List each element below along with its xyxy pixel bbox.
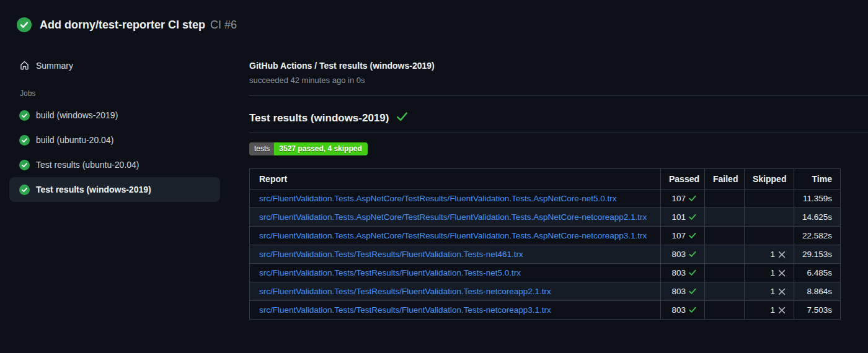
tests-badge: tests 3527 passed, 4 skipped bbox=[249, 142, 368, 155]
time-value: 29.153s bbox=[802, 250, 832, 259]
passed-cell: 803 bbox=[661, 264, 705, 282]
run-number: CI #6 bbox=[210, 19, 237, 32]
run-header: Add dorny/test-reporter CI step CI #6 bbox=[0, 0, 868, 32]
passed-count: 803 bbox=[671, 305, 686, 315]
results-heading: Test results (windows-2019) bbox=[249, 112, 868, 133]
check-circle-icon bbox=[19, 135, 30, 146]
skipped-count: 1 bbox=[770, 268, 775, 277]
report-link[interactable]: src/FluentValidation.Tests/TestResults/F… bbox=[259, 305, 651, 315]
report-link[interactable]: src/FluentValidation.Tests/TestResults/F… bbox=[259, 287, 651, 296]
results-table: Report Passed Failed Skipped Time src/Fl… bbox=[249, 168, 841, 320]
sidebar-job-item-3[interactable]: Test results (windows-2019) bbox=[9, 177, 220, 202]
failed-cell bbox=[705, 190, 745, 208]
sidebar-job-item-0[interactable]: build (windows-2019) bbox=[9, 103, 220, 128]
time-cell: 29.153s bbox=[794, 245, 841, 264]
result-row: src/FluentValidation.Tests.AspNetCore/Te… bbox=[250, 190, 841, 208]
time-value: 22.582s bbox=[802, 231, 832, 240]
time-cell: 6.485s bbox=[794, 264, 841, 282]
report-link[interactable]: src/FluentValidation.Tests/TestResults/F… bbox=[259, 268, 651, 277]
skipped-cell: 1 bbox=[745, 282, 794, 301]
result-row: src/FluentValidation.Tests/TestResults/F… bbox=[250, 282, 841, 301]
passed-count: 107 bbox=[671, 231, 686, 240]
check-icon bbox=[396, 112, 408, 124]
result-row: src/FluentValidation.Tests.AspNetCore/Te… bbox=[250, 208, 841, 227]
report-cell: src/FluentValidation.Tests/TestResults/F… bbox=[250, 282, 661, 301]
result-row: src/FluentValidation.Tests/TestResults/F… bbox=[250, 264, 841, 282]
table-header-row: Report Passed Failed Skipped Time bbox=[250, 169, 841, 190]
home-icon bbox=[19, 60, 30, 71]
time-cell: 11.359s bbox=[794, 190, 841, 208]
column-header-report: Report bbox=[250, 169, 661, 190]
time-value: 6.485s bbox=[807, 268, 832, 277]
passed-cell: 803 bbox=[661, 301, 705, 320]
x-icon bbox=[778, 307, 786, 314]
job-item-label: build (windows-2019) bbox=[36, 110, 118, 120]
passed-cell: 107 bbox=[661, 227, 705, 245]
skipped-count: 1 bbox=[770, 250, 775, 259]
result-row: src/FluentValidation.Tests/TestResults/F… bbox=[250, 245, 841, 264]
check-circle-icon bbox=[19, 185, 30, 195]
sidebar-job-item-2[interactable]: Test results (ubuntu-20.04) bbox=[9, 152, 220, 177]
passed-cell: 803 bbox=[661, 282, 705, 301]
skipped-cell: 1 bbox=[745, 245, 794, 264]
results-heading-text: Test results (windows-2019) bbox=[249, 112, 389, 124]
check-icon bbox=[689, 269, 696, 276]
job-item-label: Test results (ubuntu-20.04) bbox=[36, 160, 140, 170]
column-header-passed: Passed bbox=[661, 169, 705, 190]
check-icon bbox=[689, 214, 696, 220]
column-header-time: Time bbox=[794, 169, 841, 190]
skipped-count: 1 bbox=[770, 305, 775, 315]
result-row: src/FluentValidation.Tests.AspNetCore/Te… bbox=[250, 227, 841, 245]
skipped-cell bbox=[745, 190, 794, 208]
x-icon bbox=[778, 251, 786, 258]
badge-label: tests bbox=[249, 142, 274, 155]
failed-cell bbox=[705, 208, 745, 227]
skipped-cell bbox=[745, 227, 794, 245]
time-cell: 8.864s bbox=[794, 282, 841, 301]
job-breadcrumb: GitHub Actions / Test results (windows-2… bbox=[249, 61, 868, 71]
job-item-label: Test results (windows-2019) bbox=[36, 185, 151, 194]
check-icon bbox=[689, 251, 696, 258]
failed-cell bbox=[705, 282, 745, 301]
time-value: 8.864s bbox=[807, 287, 832, 296]
column-header-failed: Failed bbox=[705, 169, 745, 190]
report-link[interactable]: src/FluentValidation.Tests.AspNetCore/Te… bbox=[259, 194, 651, 203]
time-value: 7.503s bbox=[807, 305, 832, 315]
sidebar: Summary Jobs build (windows-2019) bbox=[0, 57, 220, 202]
report-link[interactable]: src/FluentValidation.Tests.AspNetCore/Te… bbox=[259, 212, 651, 222]
check-icon bbox=[689, 288, 696, 295]
report-link[interactable]: src/FluentValidation.Tests/TestResults/F… bbox=[259, 250, 651, 259]
check-icon bbox=[689, 232, 696, 239]
column-header-skipped: Skipped bbox=[745, 169, 794, 190]
time-cell: 7.503s bbox=[794, 301, 841, 320]
check-circle-icon bbox=[19, 110, 30, 121]
x-icon bbox=[778, 269, 786, 277]
jobs-section-heading: Jobs bbox=[20, 89, 220, 98]
badge-value: 3527 passed, 4 skipped bbox=[274, 142, 367, 155]
passed-count: 803 bbox=[671, 268, 686, 277]
main-content: GitHub Actions / Test results (windows-2… bbox=[249, 57, 868, 320]
sidebar-item-summary[interactable]: Summary bbox=[9, 57, 220, 74]
sidebar-job-item-1[interactable]: build (ubuntu-20.04) bbox=[9, 128, 220, 152]
jobs-list: build (windows-2019) build (ubuntu-20.04… bbox=[9, 103, 220, 202]
failed-cell bbox=[705, 227, 745, 245]
time-cell: 22.582s bbox=[794, 227, 841, 245]
job-header: GitHub Actions / Test results (windows-2… bbox=[249, 57, 868, 96]
sidebar-item-label: Summary bbox=[36, 61, 73, 71]
report-link[interactable]: src/FluentValidation.Tests.AspNetCore/Te… bbox=[259, 231, 651, 240]
passed-cell: 803 bbox=[661, 245, 705, 264]
check-icon bbox=[689, 195, 696, 202]
skipped-cell: 1 bbox=[745, 301, 794, 320]
passed-count: 101 bbox=[671, 212, 686, 222]
report-cell: src/FluentValidation.Tests/TestResults/F… bbox=[250, 245, 661, 264]
skipped-count: 1 bbox=[770, 287, 775, 296]
failed-cell bbox=[705, 264, 745, 282]
time-value: 11.359s bbox=[803, 194, 832, 203]
run-title: Add dorny/test-reporter CI step bbox=[40, 19, 205, 32]
failed-cell bbox=[705, 301, 745, 320]
skipped-cell: 1 bbox=[745, 264, 794, 282]
passed-cell: 101 bbox=[661, 208, 705, 227]
x-icon bbox=[778, 288, 786, 295]
report-cell: src/FluentValidation.Tests.AspNetCore/Te… bbox=[250, 208, 661, 227]
check-circle-icon bbox=[19, 160, 30, 170]
